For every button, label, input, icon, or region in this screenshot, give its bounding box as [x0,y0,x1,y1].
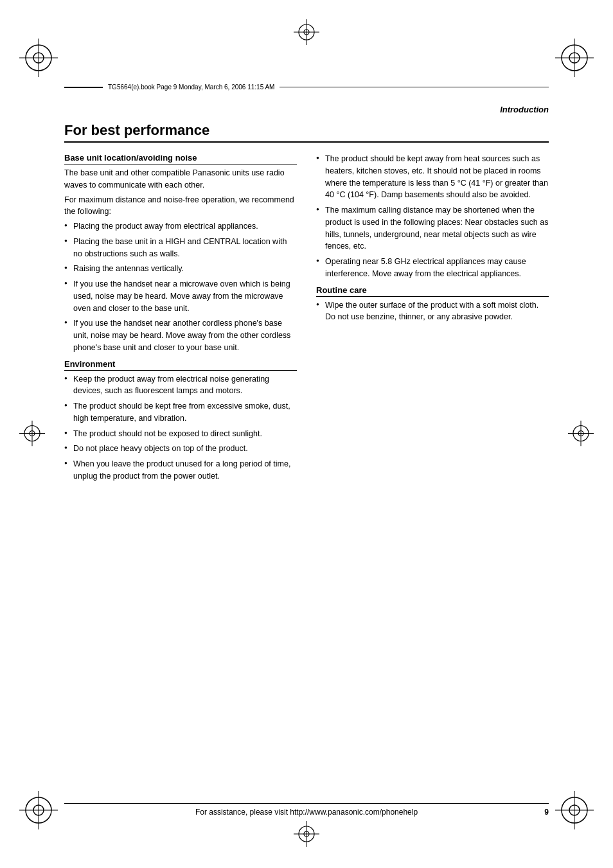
list-item: Wipe the outer surface of the product wi… [316,299,549,324]
right-crosshair [568,420,594,448]
two-column-layout: Base unit location/avoiding noise The ba… [64,153,549,791]
section2-bullet-list: Keep the product away from electrical no… [64,373,297,483]
list-item: Keep the product away from electrical no… [64,373,297,398]
section1-heading: Base unit location/avoiding noise [64,153,297,164]
content-area: For best performance Base unit location/… [64,122,549,791]
file-info: TG5664(e).book Page 9 Monday, March 6, 2… [108,84,274,91]
left-column: Base unit location/avoiding noise The ba… [64,153,297,791]
list-item: If you use the handset near a microwave … [64,278,297,314]
header-left-line [64,87,103,88]
list-item: Raising the antennas vertically. [64,263,297,275]
left-crosshair [19,420,45,448]
list-item: The product should be kept away from hea… [316,153,549,201]
footer-text: For assistance, please visit http://www.… [195,808,418,817]
bottom-crosshair [294,821,319,849]
corner-mark-tl [19,39,58,77]
header-right-line [280,87,549,87]
routine-care-bullet-list: Wipe the outer surface of the product wi… [316,299,549,324]
routine-care-heading: Routine care [316,285,549,297]
list-item: The product should not be exposed to dir… [64,428,297,440]
corner-mark-br [555,791,594,829]
footer: For assistance, please visit http://www.… [64,803,549,817]
right-column: The product should be kept away from hea… [316,153,549,791]
right-section1-bullet-list: The product should be kept away from hea… [316,153,549,280]
list-item: The product should be kept free from exc… [64,400,297,425]
list-item: The maximum calling distance may be shor… [316,204,549,252]
list-item: Placing the product away from electrical… [64,220,297,233]
page: TG5664(e).book Page 9 Monday, March 6, 2… [0,0,613,868]
list-item: Do not place heavy objects on top of the… [64,443,297,455]
page-number: 9 [544,808,549,817]
article-title: For best performance [64,122,549,143]
section1-bullet-list: Placing the product away from electrical… [64,220,297,354]
section1-intro2: For maximum distance and noise-free oper… [64,194,297,218]
list-item: Operating near 5.8 GHz electrical applia… [316,256,549,280]
header-bar: TG5664(e).book Page 9 Monday, March 6, 2… [64,84,549,91]
section2-heading: Environment [64,359,297,371]
list-item: When you leave the product unused for a … [64,458,297,483]
list-item: If you use the handset near another cord… [64,317,297,353]
top-crosshair [294,19,319,47]
section-title: Introduction [500,105,549,114]
list-item: Placing the base unit in a HIGH and CENT… [64,236,297,260]
section1-intro1: The base unit and other compatible Panas… [64,167,297,191]
corner-mark-bl [19,791,58,829]
corner-mark-tr [555,39,594,77]
